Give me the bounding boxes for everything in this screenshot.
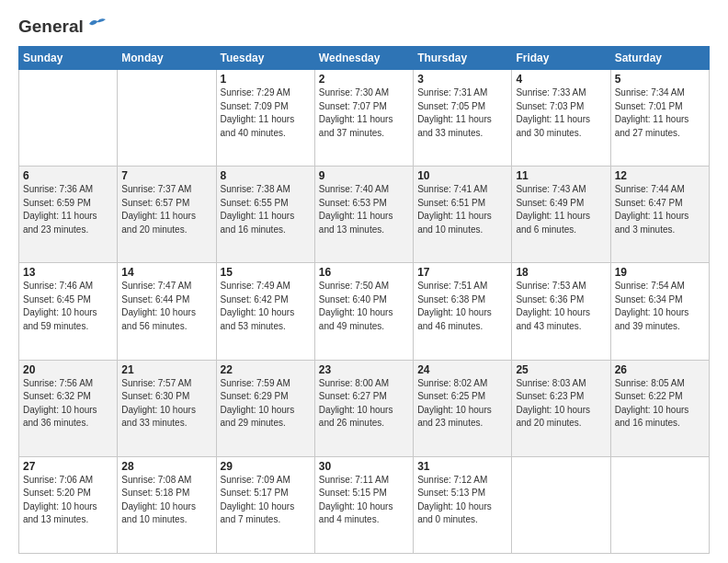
week-row-4: 20Sunrise: 7:56 AM Sunset: 6:32 PM Dayli… [19, 360, 710, 456]
calendar-cell: 8Sunrise: 7:38 AM Sunset: 6:55 PM Daylig… [216, 167, 314, 263]
calendar-cell: 7Sunrise: 7:37 AM Sunset: 6:57 PM Daylig… [118, 167, 216, 263]
day-number: 22 [221, 363, 311, 376]
day-number: 5 [615, 73, 705, 86]
calendar-cell [610, 456, 709, 553]
calendar-cell: 16Sunrise: 7:50 AM Sunset: 6:40 PM Dayli… [314, 263, 413, 360]
day-detail: Sunrise: 7:53 AM Sunset: 6:36 PM Dayligh… [516, 280, 606, 333]
calendar-cell: 12Sunrise: 7:44 AM Sunset: 6:47 PM Dayli… [610, 167, 709, 263]
day-number: 10 [417, 169, 507, 182]
calendar-cell [118, 70, 216, 167]
weekday-header-sunday: Sunday [19, 47, 118, 70]
day-detail: Sunrise: 7:40 AM Sunset: 6:53 PM Dayligh… [319, 183, 409, 236]
weekday-header-saturday: Saturday [610, 47, 709, 70]
day-detail: Sunrise: 7:11 AM Sunset: 5:15 PM Dayligh… [319, 474, 409, 527]
day-number: 7 [121, 169, 211, 182]
day-detail: Sunrise: 7:49 AM Sunset: 6:42 PM Dayligh… [221, 280, 311, 333]
day-number: 14 [121, 266, 211, 279]
day-number: 17 [417, 266, 507, 279]
calendar-cell: 21Sunrise: 7:57 AM Sunset: 6:30 PM Dayli… [118, 360, 216, 456]
day-detail: Sunrise: 8:03 AM Sunset: 6:23 PM Dayligh… [516, 377, 606, 431]
day-detail: Sunrise: 7:31 AM Sunset: 7:05 PM Dayligh… [417, 86, 507, 140]
weekday-header-wednesday: Wednesday [314, 47, 413, 70]
weekday-header-tuesday: Tuesday [216, 47, 314, 70]
day-detail: Sunrise: 7:50 AM Sunset: 6:40 PM Dayligh… [319, 280, 409, 333]
calendar-cell: 24Sunrise: 8:02 AM Sunset: 6:25 PM Dayli… [414, 360, 512, 456]
calendar-cell: 23Sunrise: 8:00 AM Sunset: 6:27 PM Dayli… [314, 360, 413, 456]
calendar-cell: 4Sunrise: 7:33 AM Sunset: 7:03 PM Daylig… [512, 70, 610, 167]
calendar-cell: 27Sunrise: 7:06 AM Sunset: 5:20 PM Dayli… [19, 456, 118, 553]
day-number: 29 [221, 460, 311, 473]
day-number: 24 [417, 363, 507, 376]
weekday-header-monday: Monday [118, 47, 216, 70]
calendar-cell: 29Sunrise: 7:09 AM Sunset: 5:17 PM Dayli… [216, 456, 314, 553]
day-detail: Sunrise: 7:09 AM Sunset: 5:17 PM Dayligh… [221, 474, 311, 527]
week-row-3: 13Sunrise: 7:46 AM Sunset: 6:45 PM Dayli… [19, 263, 710, 360]
calendar-cell: 1Sunrise: 7:29 AM Sunset: 7:09 PM Daylig… [216, 70, 314, 167]
day-detail: Sunrise: 7:06 AM Sunset: 5:20 PM Dayligh… [23, 474, 113, 527]
day-detail: Sunrise: 7:34 AM Sunset: 7:01 PM Dayligh… [615, 86, 705, 140]
calendar-cell: 17Sunrise: 7:51 AM Sunset: 6:38 PM Dayli… [414, 263, 512, 360]
calendar-cell: 28Sunrise: 7:08 AM Sunset: 5:18 PM Dayli… [118, 456, 216, 553]
day-detail: Sunrise: 7:59 AM Sunset: 6:29 PM Dayligh… [221, 377, 311, 431]
day-number: 26 [615, 363, 705, 376]
calendar-cell: 15Sunrise: 7:49 AM Sunset: 6:42 PM Dayli… [216, 263, 314, 360]
calendar-cell: 3Sunrise: 7:31 AM Sunset: 7:05 PM Daylig… [414, 70, 512, 167]
logo: General [18, 17, 108, 37]
day-number: 12 [615, 169, 705, 182]
day-detail: Sunrise: 7:36 AM Sunset: 6:59 PM Dayligh… [23, 183, 113, 236]
weekday-header-thursday: Thursday [414, 47, 512, 70]
day-number: 21 [121, 363, 211, 376]
calendar-cell: 26Sunrise: 8:05 AM Sunset: 6:22 PM Dayli… [610, 360, 709, 456]
day-number: 28 [121, 460, 211, 473]
calendar-cell: 6Sunrise: 7:36 AM Sunset: 6:59 PM Daylig… [19, 167, 118, 263]
week-row-1: 1Sunrise: 7:29 AM Sunset: 7:09 PM Daylig… [19, 70, 710, 167]
calendar-cell: 11Sunrise: 7:43 AM Sunset: 6:49 PM Dayli… [512, 167, 610, 263]
day-number: 20 [23, 363, 113, 376]
day-detail: Sunrise: 7:29 AM Sunset: 7:09 PM Dayligh… [221, 86, 311, 140]
day-detail: Sunrise: 7:33 AM Sunset: 7:03 PM Dayligh… [516, 86, 606, 140]
weekday-header-friday: Friday [512, 47, 610, 70]
day-number: 1 [221, 73, 311, 86]
day-number: 31 [417, 460, 507, 473]
calendar-cell [19, 70, 118, 167]
day-number: 8 [221, 169, 311, 182]
day-detail: Sunrise: 7:54 AM Sunset: 6:34 PM Dayligh… [615, 280, 705, 333]
calendar-cell: 14Sunrise: 7:47 AM Sunset: 6:44 PM Dayli… [118, 263, 216, 360]
calendar-cell: 2Sunrise: 7:30 AM Sunset: 7:07 PM Daylig… [314, 70, 413, 167]
header: General [18, 17, 710, 37]
day-number: 3 [417, 73, 507, 86]
calendar-cell: 19Sunrise: 7:54 AM Sunset: 6:34 PM Dayli… [610, 263, 709, 360]
day-number: 15 [221, 266, 311, 279]
weekday-header-row: SundayMondayTuesdayWednesdayThursdayFrid… [19, 47, 710, 70]
day-detail: Sunrise: 7:43 AM Sunset: 6:49 PM Dayligh… [516, 183, 606, 236]
day-detail: Sunrise: 7:44 AM Sunset: 6:47 PM Dayligh… [615, 183, 705, 236]
day-detail: Sunrise: 7:41 AM Sunset: 6:51 PM Dayligh… [417, 183, 507, 236]
calendar-table: SundayMondayTuesdayWednesdayThursdayFrid… [18, 46, 710, 554]
calendar-cell: 13Sunrise: 7:46 AM Sunset: 6:45 PM Dayli… [19, 263, 118, 360]
day-number: 4 [516, 73, 606, 86]
day-number: 23 [319, 363, 409, 376]
calendar-cell: 10Sunrise: 7:41 AM Sunset: 6:51 PM Dayli… [414, 167, 512, 263]
day-number: 18 [516, 266, 606, 279]
day-number: 6 [23, 169, 113, 182]
day-detail: Sunrise: 7:30 AM Sunset: 7:07 PM Dayligh… [319, 86, 409, 140]
day-detail: Sunrise: 8:00 AM Sunset: 6:27 PM Dayligh… [319, 377, 409, 431]
calendar-cell: 18Sunrise: 7:53 AM Sunset: 6:36 PM Dayli… [512, 263, 610, 360]
day-number: 19 [615, 266, 705, 279]
day-detail: Sunrise: 7:37 AM Sunset: 6:57 PM Dayligh… [121, 183, 211, 236]
day-detail: Sunrise: 7:51 AM Sunset: 6:38 PM Dayligh… [417, 280, 507, 333]
day-number: 9 [319, 169, 409, 182]
day-detail: Sunrise: 7:56 AM Sunset: 6:32 PM Dayligh… [23, 377, 113, 431]
day-detail: Sunrise: 7:46 AM Sunset: 6:45 PM Dayligh… [23, 280, 113, 333]
day-number: 27 [23, 460, 113, 473]
day-detail: Sunrise: 8:05 AM Sunset: 6:22 PM Dayligh… [615, 377, 705, 431]
day-detail: Sunrise: 7:12 AM Sunset: 5:13 PM Dayligh… [417, 474, 507, 527]
day-number: 13 [23, 266, 113, 279]
calendar-cell: 25Sunrise: 8:03 AM Sunset: 6:23 PM Dayli… [512, 360, 610, 456]
week-row-5: 27Sunrise: 7:06 AM Sunset: 5:20 PM Dayli… [19, 456, 710, 553]
day-detail: Sunrise: 7:38 AM Sunset: 6:55 PM Dayligh… [221, 183, 311, 236]
day-detail: Sunrise: 7:47 AM Sunset: 6:44 PM Dayligh… [121, 280, 211, 333]
calendar-cell: 30Sunrise: 7:11 AM Sunset: 5:15 PM Dayli… [314, 456, 413, 553]
day-number: 25 [516, 363, 606, 376]
logo-bird-icon [87, 17, 108, 35]
